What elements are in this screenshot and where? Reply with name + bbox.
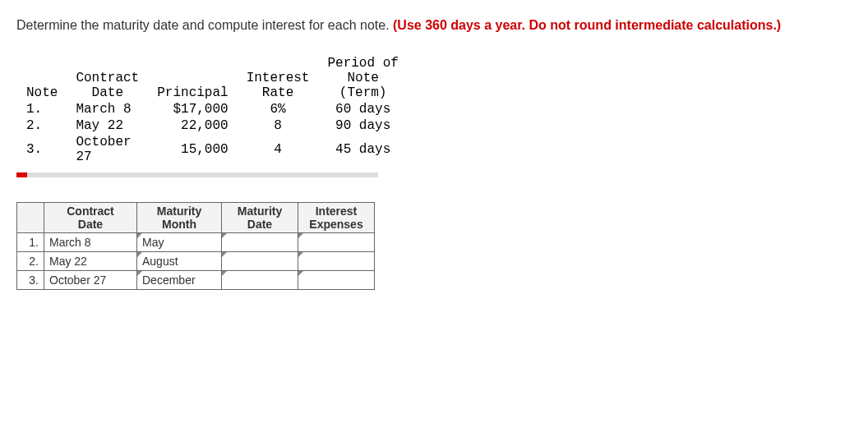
answer-row: 2. May 22 August	[17, 252, 375, 271]
header-blank	[17, 203, 44, 233]
answer-input-table: ContractDate MaturityMonth MaturityDate …	[16, 202, 375, 290]
header-period: Period ofNote(Term)	[319, 56, 406, 100]
cell-interest-input[interactable]	[298, 233, 375, 252]
header-maturity-month: MaturityMonth	[137, 203, 222, 233]
cell-principal: 15,000	[149, 135, 236, 164]
question-main: Determine the maturity date and compute …	[16, 18, 393, 32]
cell-maturity-month-input[interactable]: December	[137, 271, 222, 290]
cell-maturity-month-input[interactable]: May	[137, 233, 222, 252]
cell-rate: 8	[238, 118, 318, 133]
cell-contract: May 22	[44, 252, 137, 271]
cell-term: 90 days	[319, 118, 406, 133]
data-row: 1. March 8 $17,000 6% 60 days	[18, 102, 407, 117]
cell-interest-input[interactable]	[298, 271, 375, 290]
header-contract-date: ContractDate	[67, 56, 147, 100]
header-principal: Principal	[149, 56, 236, 100]
header-note: Note	[18, 56, 66, 100]
cell-maturity-month-input[interactable]: August	[137, 252, 222, 271]
cell-contract: March 8	[44, 233, 137, 252]
cell-note-num: 2.	[18, 118, 66, 133]
cell-interest-input[interactable]	[298, 252, 375, 271]
cell-note-num: 1.	[18, 102, 66, 117]
cell-maturity-date-input[interactable]	[222, 271, 298, 290]
cell-rownum: 3.	[17, 271, 44, 290]
header-maturity-date: MaturityDate	[222, 203, 298, 233]
cell-contract: October 27	[44, 271, 137, 290]
cell-note-num: 3.	[18, 135, 66, 164]
cell-date: October27	[67, 135, 147, 164]
cell-rownum: 2.	[17, 252, 44, 271]
cell-rownum: 1.	[17, 233, 44, 252]
header-interest-rate: InterestRate	[238, 56, 318, 100]
cell-maturity-date-input[interactable]	[222, 252, 298, 271]
header-interest-expenses: InterestExpenses	[298, 203, 375, 233]
progress-bar	[16, 172, 378, 177]
cell-principal: $17,000	[149, 102, 236, 117]
data-row: 2. May 22 22,000 8 90 days	[18, 118, 407, 133]
header-contract-date: ContractDate	[44, 203, 137, 233]
cell-maturity-date-input[interactable]	[222, 233, 298, 252]
data-row: 3. October27 15,000 4 45 days	[18, 135, 407, 164]
answer-row: 1. March 8 May	[17, 233, 375, 252]
cell-date: May 22	[67, 118, 147, 133]
question-emphasis: (Use 360 days a year. Do not round inter…	[393, 18, 781, 32]
cell-term: 60 days	[319, 102, 406, 117]
cell-rate: 6%	[238, 102, 318, 117]
answer-row: 3. October 27 December	[17, 271, 375, 290]
cell-principal: 22,000	[149, 118, 236, 133]
cell-term: 45 days	[319, 135, 406, 164]
note-data-table: Note ContractDate Principal InterestRate…	[16, 54, 409, 166]
question-prompt: Determine the maturity date and compute …	[16, 16, 852, 34]
cell-rate: 4	[238, 135, 318, 164]
cell-date: March 8	[67, 102, 147, 117]
